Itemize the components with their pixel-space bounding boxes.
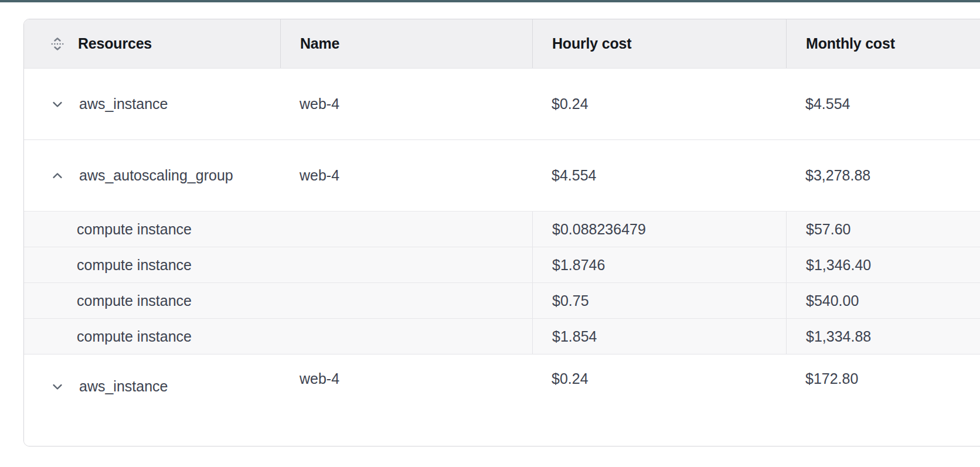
hourly-cost-cell: $0.24 xyxy=(532,69,786,139)
cost-component-row: compute instance $0.088236479 $57.60 xyxy=(24,211,980,247)
resource-cell: aws_autoscaling_group xyxy=(24,140,280,211)
resource-cell: aws_instance xyxy=(24,69,280,139)
monthly-cost-cell: $3,278.88 xyxy=(786,140,980,211)
column-header-monthly-cost[interactable]: Monthly cost xyxy=(786,19,980,68)
monthly-cost-cell: $1,334.88 xyxy=(786,319,980,354)
table-row[interactable]: aws_instance web-4 $0.24 $172.80 xyxy=(24,354,980,446)
resource-type: aws_autoscaling_group xyxy=(79,167,233,184)
chevron-down-icon[interactable] xyxy=(49,378,66,396)
table-header-row: Resources Name Hourly cost Monthly cost xyxy=(24,19,980,68)
hourly-cost-cell: $0.24 xyxy=(532,354,786,446)
cost-component-row: compute instance $1.8746 $1,346.40 xyxy=(24,247,980,282)
column-label-monthly-cost: Monthly cost xyxy=(806,35,895,52)
monthly-cost-cell: $172.80 xyxy=(786,354,980,446)
column-header-resources[interactable]: Resources xyxy=(24,19,280,68)
cost-component-label: compute instance xyxy=(24,319,532,354)
table-row[interactable]: aws_instance web-4 $0.24 $4.554 xyxy=(24,68,980,139)
column-header-hourly-cost[interactable]: Hourly cost xyxy=(532,19,786,68)
cost-breakdown-table: Resources Name Hourly cost Monthly cost … xyxy=(23,19,980,446)
resource-type: aws_instance xyxy=(79,96,168,113)
hourly-cost-cell: $4.554 xyxy=(532,140,786,211)
cost-component-label: compute instance xyxy=(24,283,532,318)
column-label-hourly-cost: Hourly cost xyxy=(552,35,631,52)
column-label-resources: Resources xyxy=(78,35,152,52)
monthly-cost-cell: $4.554 xyxy=(786,69,980,139)
table-row[interactable]: aws_autoscaling_group web-4 $4.554 $3,27… xyxy=(24,139,980,211)
sort-reorder-icon[interactable] xyxy=(49,35,66,53)
cost-component-row: compute instance $1.854 $1,334.88 xyxy=(24,318,980,354)
chevron-up-icon[interactable] xyxy=(49,167,66,185)
name-cell: web-4 xyxy=(280,354,532,446)
monthly-cost-cell: $57.60 xyxy=(786,212,980,247)
monthly-cost-cell: $1,346.40 xyxy=(786,247,980,282)
cost-component-label: compute instance xyxy=(24,212,532,247)
monthly-cost-cell: $540.00 xyxy=(786,283,980,318)
resource-cell: aws_instance xyxy=(24,354,280,446)
hourly-cost-cell: $0.088236479 xyxy=(532,212,786,247)
name-cell: web-4 xyxy=(280,69,532,139)
cost-component-row: compute instance $0.75 $540.00 xyxy=(24,282,980,318)
name-cell: web-4 xyxy=(280,140,532,211)
column-label-name: Name xyxy=(300,35,339,52)
chevron-down-icon[interactable] xyxy=(49,96,66,113)
column-header-name[interactable]: Name xyxy=(280,19,532,68)
cost-component-label: compute instance xyxy=(24,247,532,282)
top-accent-bar xyxy=(0,0,980,2)
hourly-cost-cell: $1.854 xyxy=(532,319,786,354)
resource-type: aws_instance xyxy=(79,378,168,395)
hourly-cost-cell: $1.8746 xyxy=(532,247,786,282)
hourly-cost-cell: $0.75 xyxy=(532,283,786,318)
